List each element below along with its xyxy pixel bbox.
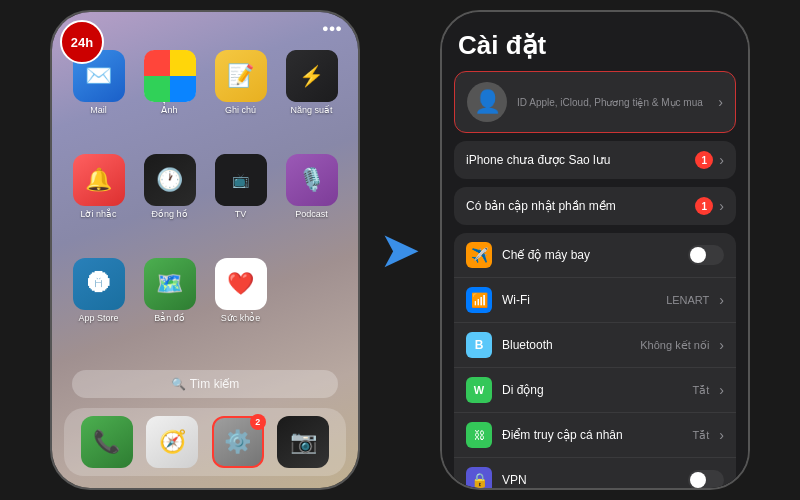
maps-icon: 🗺️ [144, 258, 196, 310]
update-notification-row[interactable]: Có bản cập nhật phần mềm 1 › [454, 187, 736, 225]
profile-subtitle: ID Apple, iCloud, Phương tiện & Mục mua [517, 96, 708, 109]
photos-icon [144, 50, 196, 102]
clock-label: Đồng hồ [151, 209, 187, 219]
direction-arrow: ➤ [379, 225, 421, 275]
airplane-label: Chế độ máy bay [502, 248, 678, 262]
vpn-label: VPN [502, 473, 678, 487]
update-text: Có bản cập nhật phần mềm [466, 199, 616, 213]
settings-badge: 2 [250, 414, 266, 430]
hotspot-value: Tắt [693, 429, 710, 442]
wifi-chevron: › [719, 292, 724, 308]
home-screen: 24h ●●● ✉️ Mail [52, 12, 358, 488]
appstore-icon: 🅐 [73, 258, 125, 310]
podcast-label: Podcast [295, 209, 328, 219]
mail-label: Mail [90, 105, 107, 115]
airplane-toggle[interactable] [688, 245, 724, 265]
main-container: 24h ●●● ✉️ Mail [0, 0, 800, 500]
notes-label: Ghi chú [225, 105, 256, 115]
notes-icon: 📝 [215, 50, 267, 102]
bluetooth-value: Không kết nối [640, 339, 709, 352]
app-photos[interactable]: Ảnh [137, 50, 202, 148]
dock-phone[interactable]: 📞 [81, 416, 133, 468]
mobile-row[interactable]: W Di động Tắt › [454, 368, 736, 413]
hotspot-chevron: › [719, 427, 724, 443]
app-health[interactable]: ❤️ Sức khỏe [208, 258, 273, 356]
backup-notification-row[interactable]: iPhone chưa được Sao lưu 1 › [454, 141, 736, 179]
app-tv[interactable]: 📺 TV [208, 154, 273, 252]
podcast-icon: 🎙️ [286, 154, 338, 206]
backup-badge: 1 [695, 151, 713, 169]
app-notes[interactable]: 📝 Ghi chú [208, 50, 273, 148]
power-label: Năng suất [290, 105, 332, 115]
appstore-label: App Store [78, 313, 118, 323]
clock-icon: 🕐 [144, 154, 196, 206]
app-podcast[interactable]: 🎙️ Podcast [279, 154, 344, 252]
app-power[interactable]: ⚡ Năng suất [279, 50, 344, 148]
hotspot-row[interactable]: ⛓ Điểm truy cập cá nhân Tắt › [454, 413, 736, 458]
airplane-mode-row[interactable]: ✈️ Chế độ máy bay [454, 233, 736, 278]
backup-text: iPhone chưa được Sao lưu [466, 153, 610, 167]
maps-label: Bản đồ [154, 313, 185, 323]
search-icon: 🔍 [171, 377, 186, 391]
health-icon: ❤️ [215, 258, 267, 310]
reminder-label: Lời nhắc [80, 209, 116, 219]
profile-row[interactable]: 👤 ID Apple, iCloud, Phương tiện & Mục mu… [454, 71, 736, 133]
dock-camera[interactable]: 📷 [277, 416, 329, 468]
mobile-icon: W [466, 377, 492, 403]
update-notif-right: 1 › [695, 197, 724, 215]
app-grid: ✉️ Mail Ảnh 📝 Ghi chú [52, 40, 358, 366]
app-appstore[interactable]: 🅐 App Store [66, 258, 131, 356]
hotspot-icon: ⛓ [466, 422, 492, 448]
photos-label: Ảnh [161, 105, 177, 115]
arrow-container: ➤ [360, 225, 440, 275]
profile-chevron: › [718, 94, 723, 110]
right-panel-settings: Cài đặt 👤 ID Apple, iCloud, Phương tiện … [440, 10, 750, 490]
hotspot-label: Điểm truy cập cá nhân [502, 428, 683, 442]
bluetooth-chevron: › [719, 337, 724, 353]
tv-label: TV [235, 209, 247, 219]
bluetooth-row[interactable]: B Bluetooth Không kết nối › [454, 323, 736, 368]
vpn-icon: 🔒 [466, 467, 492, 488]
update-badge: 1 [695, 197, 713, 215]
dock-safari[interactable]: 🧭 [146, 416, 198, 468]
wifi-icon: 📶 [466, 287, 492, 313]
reminder-icon: 🔔 [73, 154, 125, 206]
profile-avatar: 👤 [467, 82, 507, 122]
app-reminder[interactable]: 🔔 Lời nhắc [66, 154, 131, 252]
app-clock[interactable]: 🕐 Đồng hồ [137, 154, 202, 252]
search-bar[interactable]: 🔍 Tìm kiếm [72, 370, 338, 398]
app-maps[interactable]: 🗺️ Bản đồ [137, 258, 202, 356]
profile-info: ID Apple, iCloud, Phương tiện & Mục mua [517, 96, 708, 109]
dock: 📞 🧭 ⚙️ 2 📷 [64, 408, 346, 476]
vpn-row[interactable]: 🔒 VPN [454, 458, 736, 488]
tv-icon: 📺 [215, 154, 267, 206]
backup-chevron: › [719, 152, 724, 168]
health-label: Sức khỏe [221, 313, 261, 323]
logo-badge: 24h [60, 20, 104, 64]
connectivity-settings-group: ✈️ Chế độ máy bay 📶 Wi-Fi LENART › B Blu [454, 233, 736, 488]
bluetooth-label: Bluetooth [502, 338, 630, 352]
bluetooth-icon: B [466, 332, 492, 358]
update-chevron: › [719, 198, 724, 214]
left-panel-iphone: 24h ●●● ✉️ Mail [50, 10, 360, 490]
wifi-row[interactable]: 📶 Wi-Fi LENART › [454, 278, 736, 323]
backup-notif-right: 1 › [695, 151, 724, 169]
settings-title: Cài đặt [442, 12, 748, 71]
app-mail[interactable]: ✉️ Mail [66, 50, 131, 148]
vpn-toggle[interactable] [688, 470, 724, 488]
wifi-label: Wi-Fi [502, 293, 656, 307]
power-icon: ⚡ [286, 50, 338, 102]
settings-screen: Cài đặt 👤 ID Apple, iCloud, Phương tiện … [442, 12, 748, 488]
airplane-icon: ✈️ [466, 242, 492, 268]
dock-settings[interactable]: ⚙️ 2 [212, 416, 264, 468]
mobile-value: Tắt [693, 384, 710, 397]
wifi-value: LENART [666, 294, 709, 306]
mobile-label: Di động [502, 383, 683, 397]
logo-text: 24h [71, 35, 93, 50]
mobile-chevron: › [719, 382, 724, 398]
search-text: Tìm kiếm [190, 377, 240, 391]
